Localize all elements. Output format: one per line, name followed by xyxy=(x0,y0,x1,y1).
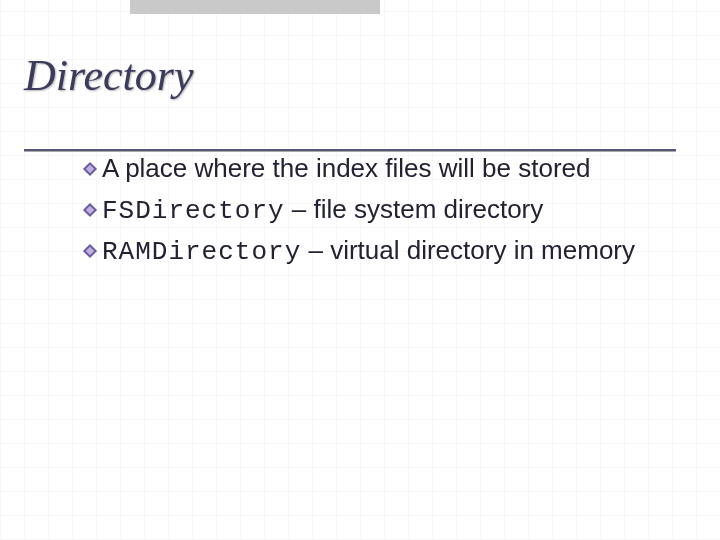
diamond-bullet-icon xyxy=(82,202,98,218)
list-item-text: A place where the index files will be st… xyxy=(102,151,591,188)
list-item: RAMDirectory – virtual directory in memo… xyxy=(82,233,656,270)
slide-body: A place where the index files will be st… xyxy=(24,151,696,270)
list-item-text: FSDirectory – file system directory xyxy=(102,192,543,229)
list-item: A place where the index files will be st… xyxy=(82,151,656,188)
slide: Directory A place where the index files … xyxy=(0,0,720,270)
list-item: FSDirectory – file system directory xyxy=(82,192,656,229)
diamond-bullet-icon xyxy=(82,243,98,259)
slide-title: Directory xyxy=(24,50,696,109)
list-item-text: RAMDirectory – virtual directory in memo… xyxy=(102,233,635,270)
diamond-bullet-icon xyxy=(82,161,98,177)
